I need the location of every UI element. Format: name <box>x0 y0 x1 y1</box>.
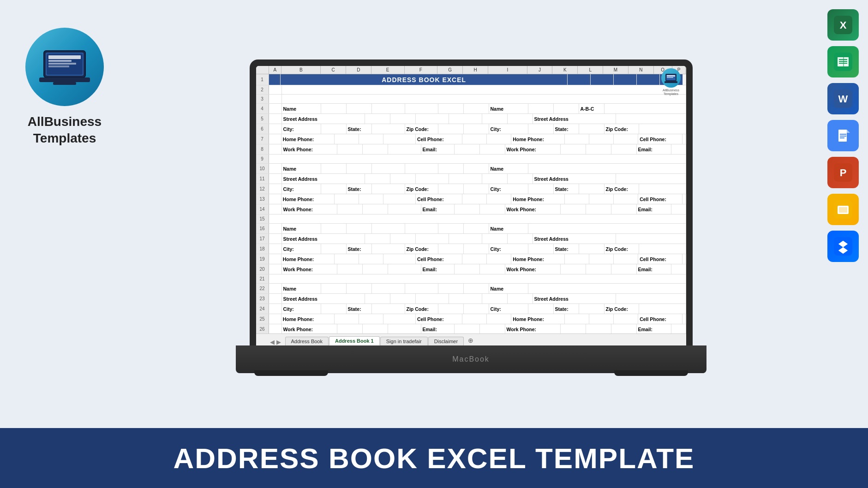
dropbox-icon[interactable] <box>827 231 859 262</box>
cell-6rest <box>639 124 686 134</box>
cell-6i: City: <box>489 124 528 134</box>
row-9: 9 <box>256 155 686 164</box>
cell-8j <box>561 144 586 154</box>
rownum-19: 19 <box>256 254 269 264</box>
svg-text:W: W <box>838 93 848 105</box>
svg-rect-36 <box>667 77 673 78</box>
rownum-14: 14 <box>256 204 269 214</box>
cell-8k <box>586 144 611 154</box>
cell-7f: Cell Phone: <box>416 134 462 144</box>
cell-7g <box>462 134 487 144</box>
cell-7b: Home Phone: <box>281 134 335 144</box>
cell-8m: Email: <box>637 144 671 154</box>
cell-1a <box>269 74 281 85</box>
cell-8a <box>269 144 282 154</box>
powerpoint-icon[interactable]: P <box>827 157 859 188</box>
row-2: 2 <box>256 85 686 95</box>
svg-rect-22 <box>840 134 846 135</box>
laptop-icon <box>39 48 90 85</box>
cell-7m: Cell Phone: <box>638 134 682 144</box>
rownum-1: 1 <box>256 74 269 85</box>
row-5: 5 Street Address Street Address <box>256 114 686 124</box>
svg-rect-5 <box>48 63 76 65</box>
cell-1i <box>568 74 591 85</box>
cell-7d <box>359 134 383 144</box>
col-header-e: E <box>371 66 405 74</box>
laptop-container: A B C D E F G H I J K L M N O <box>125 9 817 423</box>
google-slides-icon[interactable] <box>827 194 859 225</box>
cell-6k: State: <box>554 124 579 134</box>
rownum-5: 5 <box>256 114 269 124</box>
cell-8h <box>480 144 505 154</box>
cell-8b: Work Phone: <box>282 144 337 154</box>
rownum-6: 6 <box>256 124 269 134</box>
brand-logo-area: AllBusiness Templates <box>14 28 115 147</box>
rownum-9: 9 <box>256 155 269 163</box>
svg-rect-4 <box>48 60 72 62</box>
svg-rect-35 <box>667 75 675 77</box>
next-sheet-arrow[interactable]: ▶ <box>276 339 281 345</box>
col-header-a: A <box>269 66 282 74</box>
tab-sign-in-tradefair[interactable]: Sign in tradefair <box>380 337 428 345</box>
cell-4h <box>464 104 489 113</box>
cell-1k <box>614 74 637 85</box>
cell-6e <box>372 124 405 134</box>
cell-1l <box>637 74 660 85</box>
cell-6c <box>321 124 347 134</box>
laptop-foot-left <box>254 370 328 376</box>
google-sheets-icon[interactable] <box>827 46 859 77</box>
rownum-23: 23 <box>256 294 269 304</box>
cell-4c <box>321 104 347 113</box>
rownum-3: 3 <box>256 95 269 103</box>
rownum-17: 17 <box>256 234 269 244</box>
row-14: 14 Work Phone: Email: Work Phone: <box>256 204 686 214</box>
word-icon[interactable]: W <box>827 83 859 114</box>
cell-5b: Street Address <box>282 114 365 124</box>
rownum-13: 13 <box>256 194 269 204</box>
cell-7j <box>565 134 589 144</box>
svg-rect-29 <box>839 207 847 213</box>
cell-6j <box>528 124 554 134</box>
sheet-body: 1 ADDRESS BOOK EXCEL 2 <box>256 74 686 333</box>
col-header-i: I <box>488 66 527 74</box>
cell-2rest <box>282 85 686 94</box>
tab-disclaimer[interactable]: Disclaimer <box>428 337 464 345</box>
cell-7rest <box>682 134 686 144</box>
svg-rect-16 <box>843 57 844 66</box>
corner-cell <box>256 66 269 74</box>
excel-icon[interactable]: X <box>827 9 859 41</box>
row-21: 21 <box>256 274 686 284</box>
col-header-g: G <box>437 66 463 74</box>
cell-8e <box>388 144 421 154</box>
row-3: 3 <box>256 95 686 104</box>
rownum-8: 8 <box>256 144 269 154</box>
row-4: 4 Name Name A-B-C <box>256 104 686 114</box>
cell-5a <box>269 114 282 124</box>
cell-9 <box>269 155 686 163</box>
cell-4b: Name <box>282 104 321 113</box>
google-docs-icon[interactable] <box>827 120 859 151</box>
rownum-24: 24 <box>256 304 269 314</box>
rownum-16: 16 <box>256 224 269 233</box>
cell-8d <box>363 144 388 154</box>
cell-4rest <box>605 104 686 113</box>
col-header-h: H <box>463 66 488 74</box>
cell-8c <box>337 144 363 154</box>
col-header-k: K <box>552 66 578 74</box>
cell-4d <box>347 104 372 113</box>
prev-sheet-arrow[interactable]: ◀ <box>270 339 275 345</box>
tab-address-book-1[interactable]: Address Book 1 <box>329 336 380 345</box>
allbusiness-logo-inscreen: AllBusinessTemplates <box>658 68 684 96</box>
cell-6d: State: <box>347 124 372 134</box>
cell-7a <box>269 134 281 144</box>
rownum-7: 7 <box>256 134 269 144</box>
cell-5c <box>365 114 390 124</box>
allbiz-logo-text: AllBusinessTemplates <box>658 89 684 96</box>
add-sheet-button[interactable]: ⊕ <box>464 335 477 345</box>
cell-1j <box>591 74 614 85</box>
laptop-screen: A B C D E F G H I J K L M N O <box>256 66 686 345</box>
cell-3rest <box>282 95 686 103</box>
tab-address-book[interactable]: Address Book <box>285 337 329 345</box>
laptop-base <box>236 345 706 373</box>
cell-6m: Zip Code: <box>605 124 639 134</box>
